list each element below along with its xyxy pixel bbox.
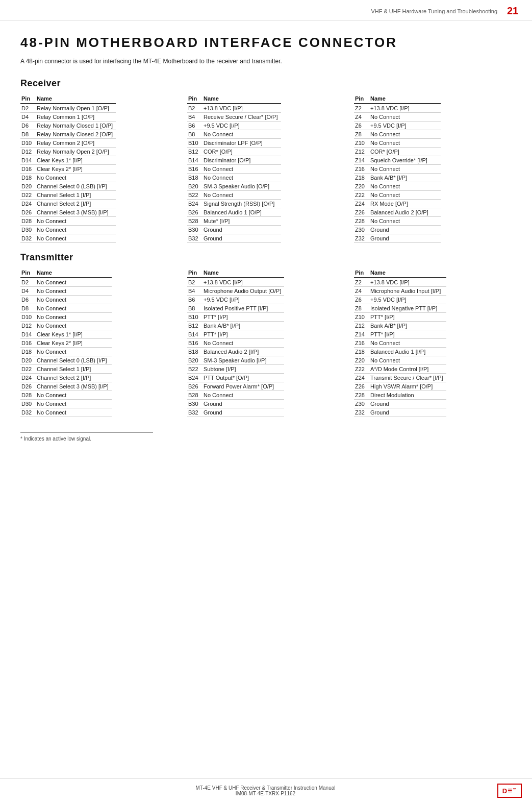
table-row: B18Balanced Audio 2 [I/P]	[187, 348, 284, 356]
name-cell: PTT* [I/P]	[369, 313, 446, 322]
receiver-table2-block: Pin Name B2+13.8 VDC [I/P]B4Receive Secu…	[187, 94, 345, 243]
name-cell: No Connect	[36, 322, 112, 330]
table-row: D2Relay Normally Open 1 [O/P]	[20, 104, 116, 113]
table-row: B6+9.5 VDC [I/P]	[187, 296, 284, 304]
name-cell: Balanced Audio 1 [O/P]	[202, 208, 281, 217]
name-cell: No Connect	[36, 313, 112, 322]
pin-cell: Z16	[354, 165, 369, 174]
name-cell: Discriminator LPF [O/P]	[202, 139, 281, 148]
table-row: D2No Connect	[20, 278, 112, 287]
pin-cell: Z10	[354, 313, 369, 322]
t3-col-pin: Pin	[354, 268, 369, 278]
table-row: B22No Connect	[187, 191, 281, 200]
name-cell: No Connect	[36, 348, 112, 356]
name-cell: No Connect	[202, 391, 284, 400]
page-content: 48-PIN MOTHERBOARD INTERFACE CONNECTOR A…	[0, 20, 532, 472]
name-cell: Bank A/B* [I/P]	[369, 322, 446, 330]
receiver-section-title: Receiver	[20, 78, 512, 89]
table-row: Z8No Connect	[354, 130, 441, 139]
name-cell: Channel Select 1 [I/P]	[36, 191, 116, 200]
pin-cell: B26	[187, 382, 202, 391]
name-cell: Relay Normally Open 1 [O/P]	[36, 104, 116, 113]
name-cell: Channel Select 0 (LSB) [I/P]	[36, 182, 116, 191]
name-cell: Ground	[202, 400, 284, 408]
table-row: Z20No Connect	[354, 182, 441, 191]
name-cell: No Connect	[202, 174, 281, 182]
pin-cell: Z28	[354, 217, 369, 226]
t2-col-pin: Pin	[187, 268, 202, 278]
pin-cell: D18	[20, 348, 36, 356]
table-row: D24Channel Select 2 [I/P]	[20, 374, 112, 382]
pin-cell: D8	[20, 304, 36, 313]
pin-cell: D2	[20, 104, 36, 113]
pin-cell: Z12	[354, 322, 369, 330]
table-row: Z32Ground	[354, 408, 446, 417]
table-row: B12Bank A/B* [I/P]	[187, 322, 284, 330]
pin-cell: B6	[187, 296, 202, 304]
name-cell: Clear Keys 2* [I/P]	[36, 339, 112, 348]
table-row: D14Clear Keys 1* [I/P]	[20, 330, 112, 339]
pin-cell: Z18	[354, 174, 369, 182]
name-cell: Relay Common 2 [O/P]	[36, 139, 116, 148]
pin-cell: B26	[187, 208, 202, 217]
name-cell: No Connect	[36, 287, 112, 296]
table-row: D14Clear Keys 1* [I/P]	[20, 156, 116, 165]
name-cell: Bank A/B* [I/P]	[202, 322, 284, 330]
name-cell: Clear Keys 1* [I/P]	[36, 156, 116, 165]
pin-cell: Z4	[354, 113, 369, 121]
table-row: B26Forward Power Alarm* [O/P]	[187, 382, 284, 391]
receiver-table2: Pin Name B2+13.8 VDC [I/P]B4Receive Secu…	[187, 94, 281, 243]
table-row: Z16No Connect	[354, 165, 441, 174]
table-row: Z28Direct Modulation	[354, 391, 446, 400]
r2-col-name: Name	[202, 94, 281, 104]
table-row: Z10PTT* [I/P]	[354, 313, 446, 322]
table-row: D8Relay Normally Closed 2 [O/P]	[20, 130, 116, 139]
table-row: Z24Transmit Secure / Clear* [I/P]	[354, 374, 446, 382]
pin-cell: Z28	[354, 391, 369, 400]
name-cell: Relay Normally Open 2 [O/P]	[36, 148, 116, 156]
pin-cell: D24	[20, 200, 36, 208]
name-cell: Isolated Positive PTT [I/P]	[202, 304, 284, 313]
name-cell: Subtone [I/P]	[202, 365, 284, 374]
name-cell: Isolated Negative PTT [I/P]	[369, 304, 446, 313]
table-row: D32No Connect	[20, 408, 112, 417]
table-row: D4No Connect	[20, 287, 112, 296]
table-row: Z14PTT* [I/P]	[354, 330, 446, 339]
name-cell: No Connect	[36, 174, 116, 182]
r2-col-pin: Pin	[187, 94, 202, 104]
logo-text: D≡™	[502, 786, 517, 795]
table-row: B16No Connect	[187, 165, 281, 174]
table-row: B14Discriminator [O/P]	[187, 156, 281, 165]
name-cell: No Connect	[369, 130, 441, 139]
pin-cell: B18	[187, 348, 202, 356]
pin-cell: D10	[20, 139, 36, 148]
pin-cell: B30	[187, 226, 202, 234]
pin-cell: B24	[187, 200, 202, 208]
table-row: B2+13.8 VDC [I/P]	[187, 278, 284, 287]
name-cell: Receive Secure / Clear* [O/P]	[202, 113, 281, 121]
footer-line1: MT-4E VHF & UHF Receiver & Transmitter I…	[39, 785, 492, 791]
name-cell: SM-3 Speaker Audio [O/P]	[202, 182, 281, 191]
table-row: Z18Bank A/B* [I/P]	[354, 174, 441, 182]
name-cell: Ground	[202, 234, 281, 243]
name-cell: Bank A/B* [I/P]	[369, 174, 441, 182]
name-cell: PTT Output* [O/P]	[202, 374, 284, 382]
table-row: B2+13.8 VDC [I/P]	[187, 104, 281, 113]
table-row: D8No Connect	[20, 304, 112, 313]
table-row: B10Discriminator LPF [O/P]	[187, 139, 281, 148]
name-cell: PTT* [I/P]	[202, 313, 284, 322]
name-cell: Transmit Secure / Clear* [I/P]	[369, 374, 446, 382]
name-cell: Clear Keys 2* [I/P]	[36, 165, 116, 174]
pin-cell: D30	[20, 226, 36, 234]
name-cell: A*/D Mode Control [I/P]	[369, 365, 446, 374]
name-cell: No Connect	[369, 139, 441, 148]
pin-cell: B16	[187, 339, 202, 348]
transmitter-table2-block: Pin Name B2+13.8 VDC [I/P]B4Microphone A…	[187, 268, 345, 417]
transmitter-table2: Pin Name B2+13.8 VDC [I/P]B4Microphone A…	[187, 268, 284, 417]
table-row: Z22A*/D Mode Control [I/P]	[354, 365, 446, 374]
pin-cell: Z20	[354, 182, 369, 191]
name-cell: +9.5 VDC [I/P]	[369, 296, 446, 304]
name-cell: No Connect	[369, 191, 441, 200]
transmitter-table3: Pin Name Z2+13.8 VDC [I/P]Z4Microphone A…	[354, 268, 446, 417]
table-row: Z2+13.8 VDC [I/P]	[354, 104, 441, 113]
